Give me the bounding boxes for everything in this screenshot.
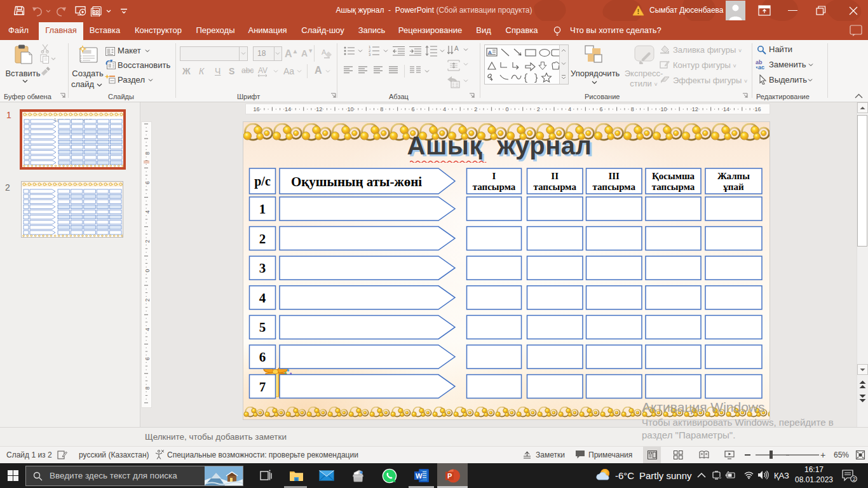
svg-text:Оқушының аты-жөні: Оқушының аты-жөні <box>291 174 422 189</box>
svg-text:6: 6 <box>412 106 415 112</box>
svg-text:8: 8 <box>380 106 383 112</box>
svg-text:16: 16 <box>254 106 260 112</box>
svg-text:1: 1 <box>259 201 266 217</box>
svg-text:4: 4 <box>144 328 151 331</box>
svg-text:I: I <box>492 171 496 181</box>
svg-text:4: 4 <box>259 290 266 306</box>
svg-text:2: 2 <box>259 231 266 247</box>
svg-text:2: 2 <box>144 240 151 243</box>
svg-text:6: 6 <box>144 357 151 360</box>
svg-text:тапсырма: тапсырма <box>533 182 576 192</box>
svg-text:ұпай: ұпай <box>723 182 744 192</box>
svg-text:10: 10 <box>660 106 667 112</box>
svg-text:14: 14 <box>723 106 729 112</box>
svg-text:4: 4 <box>443 106 446 112</box>
svg-text:6: 6 <box>259 349 266 365</box>
svg-text:Қосымша: Қосымша <box>652 171 695 181</box>
svg-text:12: 12 <box>692 106 698 112</box>
svg-text:ac: ac <box>758 64 764 70</box>
svg-text:0: 0 <box>144 269 151 272</box>
svg-text:тапсырма: тапсырма <box>652 182 695 192</box>
svg-text:10: 10 <box>347 106 353 112</box>
svg-text:6: 6 <box>599 106 602 112</box>
svg-text:р/с: р/с <box>254 174 271 189</box>
svg-text:12: 12 <box>316 106 322 112</box>
svg-text:5: 5 <box>259 320 266 335</box>
svg-text:тапсырма: тапсырма <box>473 182 516 192</box>
svg-text:тапсырма: тапсырма <box>592 182 635 192</box>
svg-text:2: 2 <box>853 476 856 482</box>
svg-text:Жалпы: Жалпы <box>717 171 750 181</box>
svg-text:7: 7 <box>259 379 266 395</box>
svg-text:0: 0 <box>505 106 508 112</box>
svg-text:II: II <box>551 171 559 181</box>
svg-text:3: 3 <box>369 53 371 57</box>
svg-text:A: A <box>454 45 459 52</box>
svg-text:8: 8 <box>631 106 634 112</box>
svg-text:3: 3 <box>259 261 266 276</box>
svg-text:16: 16 <box>754 106 761 112</box>
svg-text:4: 4 <box>568 106 571 112</box>
svg-text:6: 6 <box>144 181 151 184</box>
svg-text:8: 8 <box>144 152 151 155</box>
svg-text:14: 14 <box>285 106 291 112</box>
svg-text:2: 2 <box>474 106 477 112</box>
svg-text:8: 8 <box>144 386 151 390</box>
svg-text:W: W <box>416 472 423 480</box>
svg-text:A: A <box>488 50 492 56</box>
svg-text:4: 4 <box>144 210 151 214</box>
svg-text:P: P <box>447 472 452 480</box>
svg-text:2: 2 <box>537 106 540 112</box>
svg-text:2: 2 <box>144 299 151 302</box>
svg-text:III: III <box>608 171 620 181</box>
